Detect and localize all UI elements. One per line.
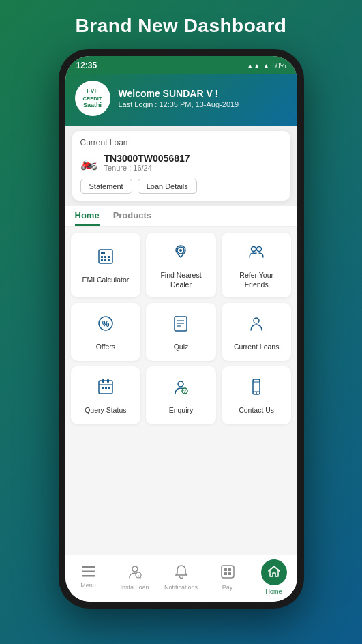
svg-rect-35 (82, 575, 95, 577)
offers-label: Offers (96, 342, 115, 352)
query-status-icon (96, 377, 115, 401)
svg-rect-3 (104, 256, 106, 258)
loan-buttons: Statement Loan Details (80, 179, 282, 194)
loan-info-row: 🏍️ TN3000TW0056817 Tenure : 16/24 (80, 153, 282, 172)
svg-rect-24 (105, 387, 107, 389)
svg-rect-42 (224, 572, 227, 575)
svg-point-26 (178, 381, 183, 387)
status-bar: 12:35 ▲▲ ▲ 50% (65, 56, 297, 74)
insta-loan-icon: + (128, 564, 142, 583)
svg-rect-39 (222, 566, 234, 578)
svg-text:?: ? (183, 389, 186, 394)
menu-icon (82, 566, 95, 581)
svg-rect-7 (108, 259, 110, 261)
header: FVFCREDITSaathi Welcome SUNDAR V ! Last … (65, 74, 297, 126)
nav-item-menu[interactable]: Menu (65, 566, 112, 589)
svg-rect-33 (82, 566, 95, 568)
emi-calculator-icon (96, 247, 115, 271)
status-icons: ▲▲ ▲ 50% (247, 62, 286, 70)
header-info: Welcome SUNDAR V ! Last Login : 12:35 PM… (119, 88, 239, 108)
query-status-label: Query Status (85, 406, 126, 415)
grid-item-find-dealer[interactable]: Find NearestDealer (146, 233, 216, 297)
svg-text:%: % (102, 319, 109, 329)
pay-icon (220, 564, 235, 583)
svg-text:+: + (137, 574, 140, 578)
contact-us-icon (247, 377, 266, 401)
phone-wrapper: 12:35 ▲▲ ▲ 50% FVFCREDITSaathi Welcome S… (59, 49, 304, 609)
notifications-label: Notifications (164, 584, 198, 591)
nav-item-notifications[interactable]: Notifications (158, 564, 205, 591)
emi-calculator-label: EMI Calculator (82, 276, 129, 285)
nav-item-pay[interactable]: Pay (205, 564, 251, 591)
signal-icon: ▲▲ (247, 62, 260, 70)
insta-loan-label: Insta Loan (120, 584, 149, 591)
loan-details-button[interactable]: Loan Details (138, 179, 197, 194)
current-loans-icon (247, 314, 266, 338)
grid-item-emi-calculator[interactable]: EMI Calculator (71, 233, 141, 297)
svg-rect-5 (101, 259, 103, 261)
menu-label: Menu (80, 582, 96, 589)
nav-item-home[interactable]: Home (251, 559, 297, 595)
svg-point-36 (132, 566, 138, 572)
refer-friends-label: Refer YourFriends (239, 271, 273, 289)
contact-us-label: Contact Us (239, 406, 274, 415)
loan-tenure: Tenure : 16/24 (104, 164, 190, 172)
tab-home[interactable]: Home (75, 210, 100, 226)
tabs-bar: Home Products (65, 206, 297, 227)
loan-number: TN3000TW0056817 (104, 153, 190, 164)
enquiry-label: Enquiry (169, 406, 194, 415)
page-title: Brand New Dashboard (76, 0, 287, 49)
grid-item-query-status[interactable]: Query Status (71, 366, 141, 424)
svg-rect-4 (108, 256, 110, 258)
svg-rect-34 (82, 570, 95, 572)
notifications-icon (175, 564, 188, 583)
nav-item-insta-loan[interactable]: + Insta Loan (112, 564, 158, 591)
grid-section: EMI Calculator Find NearestDealer (65, 227, 297, 555)
grid-item-enquiry[interactable]: ? Enquiry (146, 366, 216, 424)
svg-rect-2 (101, 256, 103, 258)
svg-point-9 (179, 249, 182, 252)
svg-rect-20 (102, 379, 104, 383)
svg-rect-25 (108, 387, 110, 389)
phone-screen: 12:35 ▲▲ ▲ 50% FVFCREDITSaathi Welcome S… (65, 56, 297, 602)
current-loan-label: Current Loan (80, 138, 282, 147)
find-dealer-icon (171, 242, 190, 266)
find-dealer-label: Find NearestDealer (160, 271, 201, 289)
tab-products[interactable]: Products (113, 210, 151, 226)
loan-icon: 🏍️ (80, 154, 97, 171)
svg-rect-23 (102, 387, 104, 389)
welcome-text: Welcome SUNDAR V ! (119, 88, 239, 99)
home-icon (267, 564, 281, 581)
quiz-label: Quiz (174, 342, 189, 352)
loan-section: Current Loan 🏍️ TN3000TW0056817 Tenure :… (72, 131, 290, 201)
quiz-icon (171, 314, 190, 338)
svg-rect-21 (107, 379, 109, 383)
current-loans-label: Current Loans (234, 342, 280, 352)
statement-button[interactable]: Statement (80, 179, 132, 194)
svg-point-18 (254, 318, 259, 323)
bottom-nav: Menu + Insta Loan (65, 555, 297, 602)
refer-friends-icon (247, 242, 266, 266)
grid-item-refer-friends[interactable]: Refer YourFriends (222, 233, 292, 297)
wifi-icon: ▲ (263, 62, 270, 70)
grid-item-contact-us[interactable]: Contact Us (222, 366, 292, 424)
svg-point-10 (252, 247, 256, 252)
svg-point-11 (257, 247, 262, 252)
svg-rect-40 (224, 568, 227, 571)
grid-item-quiz[interactable]: Quiz (146, 303, 216, 361)
battery-text: 50% (272, 62, 286, 70)
status-time: 12:35 (76, 61, 97, 70)
last-login-text: Last Login : 12:35 PM, 13-Aug-2019 (119, 100, 239, 108)
svg-rect-43 (228, 572, 231, 575)
grid-item-offers[interactable]: % Offers (71, 303, 141, 361)
svg-rect-29 (253, 379, 260, 394)
offers-icon: % (96, 314, 115, 338)
svg-rect-1 (101, 252, 105, 254)
svg-rect-6 (104, 259, 106, 261)
app-logo: FVFCREDITSaathi (75, 80, 110, 116)
grid-item-current-loans[interactable]: Current Loans (222, 303, 292, 361)
pay-label: Pay (222, 584, 233, 591)
home-nav-circle (261, 559, 287, 585)
main-grid: EMI Calculator Find NearestDealer (71, 233, 292, 424)
svg-point-32 (256, 392, 257, 394)
